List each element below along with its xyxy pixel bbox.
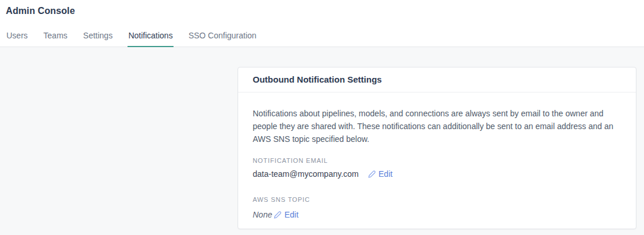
aws-sns-topic-row: None Edit (253, 210, 621, 220)
tab-notifications[interactable]: Notifications (128, 27, 173, 47)
edit-aws-sns-topic-button[interactable]: Edit (273, 210, 298, 220)
tab-teams[interactable]: Teams (43, 27, 68, 47)
tabs-bar: Users Teams Settings Notifications SSO C… (6, 27, 257, 47)
card-description: Notifications about pipelines, models, a… (253, 107, 621, 145)
aws-sns-topic-value: None (253, 210, 272, 220)
page-header: Admin Console Users Teams Settings Notif… (0, 0, 644, 47)
tab-settings[interactable]: Settings (83, 27, 114, 47)
tab-users[interactable]: Users (6, 27, 29, 47)
tab-sso-configuration[interactable]: SSO Configuration (188, 27, 257, 47)
page-title: Admin Console (6, 6, 75, 16)
pencil-icon (273, 211, 282, 219)
aws-sns-topic-field: AWS SNS TOPIC None Edit (253, 195, 621, 220)
outbound-notification-settings-card: Outbound Notification Settings Notificat… (238, 67, 636, 229)
notification-email-label: NOTIFICATION EMAIL (253, 157, 621, 164)
edit-label: Edit (284, 210, 298, 220)
edit-label: Edit (378, 169, 392, 179)
notification-email-row: data-team@mycompany.com Edit (253, 169, 621, 179)
notification-email-field: NOTIFICATION EMAIL data-team@mycompany.c… (253, 157, 621, 179)
card-body: Notifications about pipelines, models, a… (238, 92, 636, 229)
content-area: Outbound Notification Settings Notificat… (0, 47, 644, 235)
card-title: Outbound Notification Settings (253, 74, 621, 85)
aws-sns-topic-label: AWS SNS TOPIC (253, 195, 310, 205)
pencil-icon (367, 170, 376, 179)
card-header: Outbound Notification Settings (238, 67, 636, 92)
notification-email-value: data-team@mycompany.com (253, 169, 359, 179)
edit-notification-email-button[interactable]: Edit (367, 169, 392, 179)
